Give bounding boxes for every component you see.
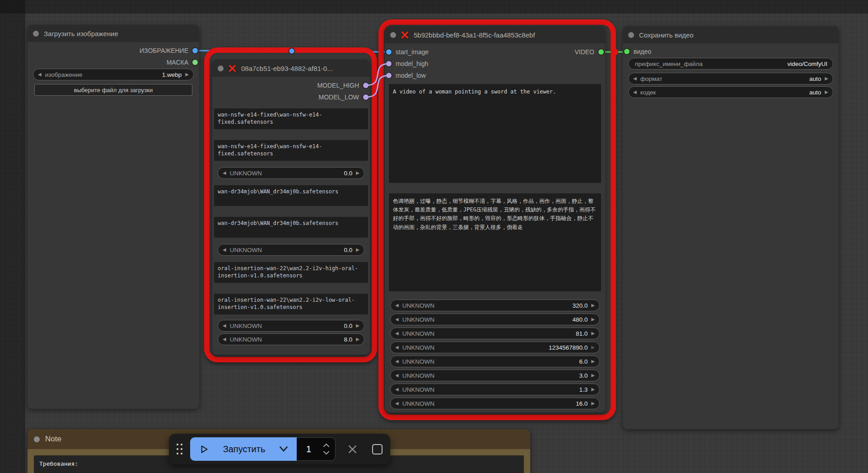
positive-prompt-textarea[interactable]: A video of a woman pointing a sword at t… [389, 84, 601, 183]
input-dot-start-image[interactable] [386, 49, 392, 55]
widget-label: UNKNOWN [402, 386, 434, 393]
link-midpoint-dot-blue[interactable] [289, 48, 295, 54]
codec-combo-widget[interactable]: ◀ кодек auto ▶ [628, 86, 833, 98]
decrement-arrow-icon[interactable]: ◀ [223, 171, 226, 175]
lora-path-textbox[interactable]: wan-dr34mjob\WAN_dr34mj0b.safetensors [214, 217, 368, 238]
increment-arrow-icon[interactable]: ▶ [591, 387, 595, 392]
run-button[interactable]: Запустить [190, 437, 297, 461]
unknown-slider[interactable]: ◀ UNKNOWN 81.0 ▶ [390, 328, 600, 339]
stop-button[interactable] [372, 444, 383, 454]
unknown-slider[interactable]: ◀ UNKNOWN 8.0 ▶ [218, 333, 364, 345]
decrement-arrow-icon[interactable]: ◀ [223, 323, 226, 328]
decrement-arrow-icon[interactable]: ◀ [395, 345, 399, 350]
increment-arrow-icon[interactable]: ▶ [591, 331, 595, 336]
unknown-slider[interactable]: ◀ UNKNOWN 1234567890.0 ▶ [390, 342, 600, 353]
increment-arrow-icon[interactable]: ▶ [825, 76, 828, 81]
input-dot-model-low[interactable] [386, 73, 392, 78]
node-lora-header[interactable]: 08a7cb51-eb93-4882-af81-0... [212, 60, 370, 77]
output-slot-image: ИЗОБРАЖЕНИЕ [28, 45, 199, 56]
node-load-image[interactable]: Загрузить изображение ИЗОБРАЖЕНИЕ МАСКА … [28, 25, 199, 409]
collapse-dot[interactable] [218, 66, 224, 71]
decrement-arrow-icon[interactable]: ◀ [395, 401, 399, 406]
widget-label: формат [640, 75, 663, 82]
increment-chevron-icon[interactable] [323, 443, 330, 447]
decrement-arrow-icon[interactable]: ◀ [395, 317, 399, 322]
toolbar-drag-handle-icon[interactable] [177, 444, 182, 454]
node-video-generator[interactable]: 5b92bbbd-bef8-43a1-8f5c-faa4853c8ebf VID… [385, 26, 605, 412]
node-graph-canvas[interactable]: Загрузить изображение ИЗОБРАЖЕНИЕ МАСКА … [0, 0, 868, 473]
decrement-chevron-icon[interactable] [323, 451, 330, 455]
filename-prefix-widget[interactable]: префикс_имени_файла video/ComfyUI [628, 58, 833, 70]
output-dot-mask[interactable] [192, 60, 198, 65]
decrement-arrow-icon[interactable]: ◀ [395, 303, 399, 308]
unknown-slider[interactable]: ◀ UNKNOWN 480.0 ▶ [390, 314, 600, 325]
unknown-slider[interactable]: ◀ UNKNOWN 3.0 ▶ [390, 370, 600, 381]
increment-arrow-icon[interactable]: ▶ [591, 345, 595, 350]
node-save-video[interactable]: Сохранить видео видео префикс_имени_файл… [623, 26, 839, 429]
increment-arrow-icon[interactable]: ▶ [825, 90, 828, 94]
increment-arrow-icon[interactable]: ▶ [356, 171, 359, 175]
decrement-arrow-icon[interactable]: ◀ [395, 359, 399, 364]
node-title: Загрузить изображение [44, 30, 118, 37]
link-midpoint-dot-red[interactable] [612, 49, 618, 55]
lora-path-textbox[interactable]: oral-insertion-wan-22\wan2.2-i2v-high-or… [214, 262, 368, 283]
increment-arrow-icon[interactable]: ▶ [185, 72, 189, 77]
increment-arrow-icon[interactable]: ▶ [356, 337, 359, 342]
collapse-dot[interactable] [628, 32, 634, 38]
widget-value: 16.0 [576, 400, 591, 407]
decrement-arrow-icon[interactable]: ◀ [223, 248, 226, 252]
increment-arrow-icon[interactable]: ▶ [591, 317, 595, 322]
input-slot-label: model_low [396, 72, 426, 79]
clear-queue-button[interactable] [347, 444, 358, 455]
node-lora-loader[interactable]: 08a7cb51-eb93-4882-af81-0... MODEL_HIGH … [212, 60, 370, 355]
input-dot-video[interactable] [624, 49, 630, 54]
negative-prompt-textarea[interactable]: 色调艳丽，过曝，静态，细节模糊不清，字幕，风格，作品，画作，画面，静止，整体发灰… [389, 193, 601, 291]
decrement-arrow-icon[interactable]: ◀ [395, 387, 399, 392]
decrement-arrow-icon[interactable]: ◀ [633, 90, 637, 94]
format-combo-widget[interactable]: ◀ формат auto ▶ [628, 73, 833, 84]
input-slot-label: видео [634, 48, 651, 55]
unknown-slider[interactable]: ◀ UNKNOWN 1.3 ▶ [390, 384, 600, 395]
lora-path-textbox[interactable]: wan-nsfw-e14-fixed\wan-nsfw-e14-fixed.sa… [214, 108, 368, 129]
lora-path-textbox[interactable]: wan-dr34mjob\WAN_dr34mj0b.safetensors [214, 185, 368, 206]
increment-arrow-icon[interactable]: ▶ [591, 359, 595, 364]
decrement-arrow-icon[interactable]: ◀ [395, 373, 399, 378]
collapse-dot[interactable] [390, 32, 396, 38]
unknown-slider[interactable]: ◀ UNKNOWN 0.0 ▶ [218, 167, 364, 179]
decrement-arrow-icon[interactable]: ◀ [395, 331, 399, 336]
upload-file-button[interactable]: выберите файл для загрузки [34, 84, 192, 96]
input-dot-model-high[interactable] [386, 61, 392, 66]
output-slot-label: MODEL_HIGH [317, 82, 359, 89]
increment-arrow-icon[interactable]: ▶ [356, 323, 359, 328]
increment-arrow-icon[interactable]: ▶ [591, 401, 595, 406]
increment-arrow-icon[interactable]: ▶ [356, 248, 359, 252]
output-dot-image[interactable] [192, 48, 198, 53]
node-save-video-header[interactable]: Сохранить видео [623, 26, 839, 43]
widget-value: 81.0 [576, 330, 591, 337]
widget-value: 1.webp [162, 71, 186, 78]
lora-path-textbox[interactable]: wan-nsfw-e14-fixed\wan-nsfw-e14-fixed.sa… [214, 140, 368, 161]
batch-count-stepper[interactable]: 1 [297, 437, 336, 461]
image-combo-widget[interactable]: ◀ изображение 1.webp ▶ [33, 69, 194, 80]
collapse-dot[interactable] [34, 436, 40, 442]
output-dot-model-low[interactable] [363, 94, 369, 100]
unknown-slider[interactable]: ◀ UNKNOWN 0.0 ▶ [218, 244, 364, 256]
node-video-header[interactable]: 5b92bbbd-bef8-43a1-8f5c-faa4853c8ebf [385, 26, 605, 43]
decrement-arrow-icon[interactable]: ◀ [633, 76, 637, 81]
collapse-dot[interactable] [33, 31, 39, 37]
unknown-slider[interactable]: ◀ UNKNOWN 320.0 ▶ [390, 300, 600, 311]
output-dot-model-high[interactable] [363, 83, 369, 88]
increment-arrow-icon[interactable]: ▶ [591, 303, 595, 308]
decrement-arrow-icon[interactable]: ◀ [223, 337, 226, 342]
widget-value: 0.0 [344, 323, 356, 329]
unknown-slider[interactable]: ◀ UNKNOWN 16.0 ▶ [390, 398, 600, 409]
chevron-down-icon[interactable] [279, 446, 288, 452]
unknown-slider[interactable]: ◀ UNKNOWN 6.0 ▶ [390, 356, 600, 367]
unknown-slider[interactable]: ◀ UNKNOWN 0.0 ▶ [218, 320, 364, 332]
lora-path-textbox[interactable]: oral-insertion-wan-22\wan2.2-i2v-low-ora… [214, 294, 368, 314]
decrement-arrow-icon[interactable]: ◀ [38, 72, 42, 77]
node-load-image-header[interactable]: Загрузить изображение [28, 25, 199, 42]
increment-arrow-icon[interactable]: ▶ [591, 373, 595, 378]
widget-label: префикс_имени_файла [635, 61, 703, 67]
close-icon [347, 444, 358, 455]
